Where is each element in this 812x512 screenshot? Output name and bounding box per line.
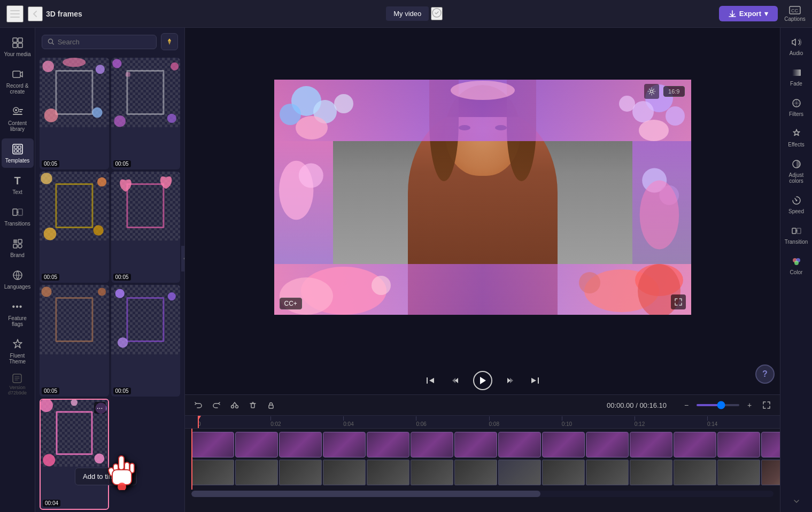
redo-button[interactable] xyxy=(210,398,223,412)
rs-label-audio: Audio xyxy=(790,50,803,56)
sidebar-item-feature-flags[interactable]: ••• Feature flags xyxy=(2,296,34,331)
sidebar-item-content-library[interactable]: Content library xyxy=(2,101,34,136)
svg-rect-2 xyxy=(10,17,20,18)
track-video-clip[interactable] xyxy=(235,460,278,485)
fit-icon xyxy=(762,401,771,409)
frame-panel: 00:05 00:05 xyxy=(35,28,185,512)
sidebar-item-templates[interactable]: Templates xyxy=(2,138,34,168)
zoom-in-button[interactable]: + xyxy=(743,398,756,412)
rs-item-speed[interactable]: Speed xyxy=(782,190,811,219)
track-frame-clip[interactable] xyxy=(542,432,585,457)
skip-to-end-button[interactable] xyxy=(527,372,544,389)
rs-item-adjust-colors[interactable]: Adjust colors xyxy=(782,154,811,188)
skip-back-button[interactable] xyxy=(447,372,465,389)
track-video-clip[interactable] xyxy=(367,460,409,485)
sidebar-item-text[interactable]: T Text xyxy=(2,170,34,199)
track-frame-clip[interactable] xyxy=(586,432,629,457)
search-box[interactable] xyxy=(42,35,157,49)
track-frame-clip[interactable] xyxy=(279,432,322,457)
frame-decoration xyxy=(111,172,181,241)
rs-item-fade[interactable]: Fade xyxy=(782,63,811,91)
track-frame-clip[interactable] xyxy=(498,432,541,457)
delete-button[interactable] xyxy=(246,398,260,412)
sidebar-item-your-media[interactable]: Your media xyxy=(2,32,34,61)
track-frame-clip[interactable] xyxy=(454,432,497,457)
track-frame-clip[interactable] xyxy=(674,432,716,457)
premium-filter-button[interactable] xyxy=(161,33,178,50)
track-video-clip[interactable] xyxy=(191,460,234,485)
frame-card[interactable]: 00:05 xyxy=(40,285,109,397)
track-video-clip[interactable] xyxy=(323,460,366,485)
track-frame-clip[interactable] xyxy=(191,432,234,457)
timeline-area: 00:00.00 / 00:16.10 − + xyxy=(185,394,780,512)
track-frame-clip[interactable] xyxy=(367,432,409,457)
svg-text:CC: CC xyxy=(791,8,798,13)
frame-card-active[interactable]: 00:04 ··· xyxy=(40,399,109,510)
rs-item-audio[interactable]: Audio xyxy=(782,32,811,60)
svg-rect-78 xyxy=(427,377,428,384)
rs-label-speed: Speed xyxy=(788,208,804,214)
search-input[interactable] xyxy=(58,38,151,46)
cc-button[interactable]: CC+ xyxy=(280,298,302,309)
zoom-fit-button[interactable] xyxy=(760,398,774,412)
zoom-slider[interactable] xyxy=(697,404,739,406)
back-button[interactable] xyxy=(28,6,43,21)
sidebar-item-fluent-theme[interactable]: Fluent Theme xyxy=(2,333,34,369)
track-video-clip[interactable] xyxy=(411,460,453,485)
track-frame-clip[interactable] xyxy=(761,432,780,457)
rs-item-filters[interactable]: Filters xyxy=(782,93,811,121)
save-indicator[interactable] xyxy=(431,7,443,20)
hamburger-button[interactable] xyxy=(6,5,24,22)
sidebar-item-transitions[interactable]: Transitions xyxy=(2,201,34,231)
rs-item-color[interactable]: Color xyxy=(782,251,811,280)
track-video-clip[interactable] xyxy=(630,460,672,485)
skip-to-start-button[interactable] xyxy=(422,372,439,389)
timeline-playhead-line xyxy=(191,429,192,490)
track-video-clip[interactable] xyxy=(542,460,585,485)
frame-card[interactable]: 00:05 xyxy=(111,58,181,169)
rs-label-effects: Effects xyxy=(788,142,804,148)
timeline-content: 0 0:02 0:04 0:06 0:08 0:10 0:12 0:14 xyxy=(185,416,780,512)
rs-item-transition[interactable]: Transition xyxy=(782,221,811,249)
play-button[interactable] xyxy=(473,371,492,390)
timeline-scrollbar[interactable] xyxy=(191,491,774,497)
track-video-clip[interactable] xyxy=(454,460,497,485)
track-frame-clip[interactable] xyxy=(411,432,453,457)
undo-button[interactable] xyxy=(191,398,205,412)
skip-forward-button[interactable] xyxy=(501,372,518,389)
track-frame-clip[interactable] xyxy=(630,432,672,457)
cut-button[interactable] xyxy=(228,398,242,412)
track-video-clip[interactable] xyxy=(761,460,780,485)
track-frame-clip[interactable] xyxy=(323,432,366,457)
frame-card[interactable]: 00:05 xyxy=(111,285,181,397)
aspect-ratio-badge[interactable]: 16:9 xyxy=(663,86,684,97)
frame-card[interactable]: 00:05 xyxy=(40,172,109,283)
captions-button[interactable]: CC Captions xyxy=(784,3,806,25)
track-video-clip[interactable] xyxy=(586,460,629,485)
scrollbar-thumb[interactable] xyxy=(191,491,540,497)
track-video-clip[interactable] xyxy=(498,460,541,485)
export-button[interactable]: Export ▾ xyxy=(719,6,778,21)
track-video-clip[interactable] xyxy=(674,460,716,485)
frame-card[interactable]: 00:05 xyxy=(40,58,109,169)
frame-card[interactable]: 00:05 xyxy=(111,172,181,283)
sidebar-item-record-create[interactable]: Record & create xyxy=(2,64,34,99)
video-settings-button[interactable] xyxy=(644,84,659,99)
expand-button[interactable] xyxy=(671,294,686,309)
rs-item-effects[interactable]: Effects xyxy=(782,123,811,152)
tab-my-video[interactable]: My video xyxy=(386,6,429,21)
svg-rect-79 xyxy=(538,377,539,384)
lock-button[interactable] xyxy=(264,398,278,412)
track-frame-clip[interactable] xyxy=(235,432,278,457)
help-button[interactable]: ? xyxy=(755,364,775,384)
zoom-out-button[interactable]: − xyxy=(679,398,693,412)
svg-rect-82 xyxy=(251,404,254,408)
track-video-clip[interactable] xyxy=(279,460,322,485)
sidebar-item-languages[interactable]: Languages xyxy=(2,265,34,294)
track-video-clip[interactable] xyxy=(717,460,760,485)
svg-rect-25 xyxy=(13,244,17,248)
sidebar-item-brand-kit[interactable]: Brand xyxy=(2,233,34,262)
track-frame-clip[interactable] xyxy=(717,432,760,457)
frame-more-button[interactable]: ··· xyxy=(94,402,106,414)
panel-collapse-handle[interactable]: ‹ xyxy=(181,246,185,271)
